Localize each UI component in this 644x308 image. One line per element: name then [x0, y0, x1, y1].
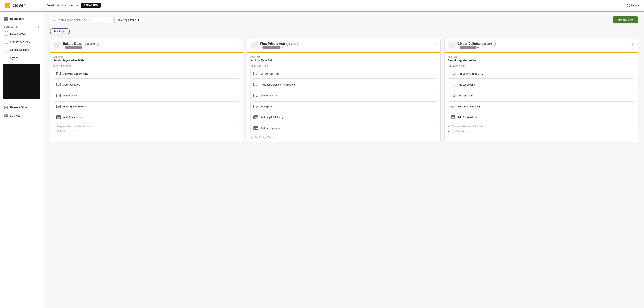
svg-rect-75 [450, 46, 452, 47]
setup-item-label: Add App Icon [63, 94, 78, 97]
default-app-icon [450, 43, 454, 47]
card-app-name: Ginger Delights ⊕ DRAFT [458, 42, 629, 46]
svg-line-20 [55, 20, 56, 21]
svg-rect-93 [452, 106, 453, 108]
topbar-chevron[interactable]: ▼ [76, 4, 79, 7]
status-select[interactable]: Any App Status ▼ [114, 17, 143, 23]
sidebar-item-first-private-app[interactable]: First Private App [0, 38, 44, 46]
legal-icon [253, 114, 258, 120]
topbar-center: Developer dashboard ▼ REDACTED [46, 3, 624, 7]
setup-item-label: Add Legal & Privacy [63, 105, 86, 108]
quick-setup-label: Quick App Setup [53, 65, 240, 67]
setup-item-add-webhooks[interactable]: Add Webhooks [448, 80, 634, 89]
completed-items-list: ✓ Request Merchant Permissions ✓ Set Pri… [448, 125, 634, 133]
sidebar-item-ginger-delights[interactable]: Ginger Delights [0, 46, 44, 54]
search-input[interactable] [57, 18, 109, 21]
legal-icon [450, 104, 456, 109]
search-box[interactable] [50, 17, 112, 23]
setup-item-add-screenshots[interactable]: Add Screenshots [448, 112, 634, 122]
tab-my-apps[interactable]: My Apps [50, 28, 70, 34]
main-layout: Dashboard YOUR APPS + Bakers Dozen First… [0, 12, 644, 308]
setup-item-label: Add App Icon [458, 94, 472, 97]
card-app-name: Bakers Dozen ⊕ DRAFT [63, 42, 234, 46]
screenshots-icon [253, 125, 258, 131]
svg-rect-21 [56, 44, 57, 45]
sidebar-app-name-myapp: MyApp [10, 56, 19, 60]
completed-items-list: ✓ Request Merchant Permissions ✓ Set Pri… [53, 125, 240, 133]
svg-rect-96 [452, 117, 453, 118]
completed-items-list: ✓ Set Pricing Tiers [250, 136, 437, 139]
dashboard-icon [4, 17, 8, 21]
app-type-value: Semi-Integrated — Web [448, 59, 634, 62]
setup-item-set-the-app-type[interactable]: Set the App Type [250, 69, 437, 79]
completed-item: ✓ Set Pricing Tiers [448, 129, 634, 133]
card-name-text: Ginger Delights [458, 42, 480, 46]
setup-item-add-screenshots[interactable]: Add Screenshots [250, 123, 437, 133]
setup-item-label: Add Webhooks [63, 83, 80, 86]
setup-item-add-legal-&-privacy[interactable]: Add Legal & Privacy [448, 101, 634, 111]
help-button[interactable]: ? Help ▼ [627, 4, 640, 7]
sidebar-item-dev-kits[interactable]: Dev Kits [0, 112, 44, 120]
svg-rect-22 [57, 44, 59, 45]
add-app-button[interactable]: + [38, 25, 40, 29]
svg-rect-58 [254, 94, 258, 97]
dev-kits-label: Dev Kits [10, 114, 20, 117]
website-icon [56, 71, 61, 76]
app-icon-first-private-app [4, 40, 8, 44]
card-menu-button[interactable]: ⋮ [630, 42, 634, 46]
setup-item-label: Add Webhooks [260, 94, 278, 97]
setup-item-add-app-icon[interactable]: Add App Icon [250, 101, 437, 111]
svg-rect-14 [6, 108, 8, 109]
svg-rect-45 [59, 117, 60, 118]
svg-rect-97 [453, 117, 454, 118]
card-app-icon [250, 41, 258, 49]
clover-logo-icon [4, 2, 11, 9]
toolbar: Any App Status ▼ Create App [50, 16, 638, 23]
svg-point-57 [254, 85, 256, 86]
card-app-name: First Private App ⊕ DRAFT [260, 42, 432, 46]
create-app-button[interactable]: Create App [613, 16, 638, 23]
setup-item-add-webhooks[interactable]: Add Webhooks [250, 91, 437, 100]
website-icon [450, 71, 456, 76]
svg-rect-41 [57, 106, 59, 108]
help-icon: ? [627, 4, 630, 7]
black-block-redacted [3, 64, 40, 99]
draft-badge: ⊕ DRAFT [85, 42, 98, 46]
completed-item-label: Request Merchant Permissions [57, 125, 92, 128]
card-menu-button[interactable]: ⋮ [236, 42, 240, 46]
app-card-bakers-dozen: Bakers Dozen ⊕ DRAFT TJ██████████C6 ⋮ Ap… [50, 38, 243, 142]
svg-point-89 [454, 96, 455, 97]
card-menu-button[interactable]: ⋮ [433, 42, 437, 46]
setup-item-add-legal-&-privacy[interactable]: Add Legal & Privacy [53, 101, 240, 111]
draft-plus-icon: ⊕ [87, 42, 89, 45]
sidebar-item-dashboard[interactable]: Dashboard [0, 15, 44, 23]
completed-item-label: Request Merchant Permissions [452, 125, 487, 128]
setup-item-add-app-icon[interactable]: Add App Icon [448, 91, 634, 100]
appicon-icon [450, 93, 456, 98]
setup-item-label: Add Legal & Privacy [260, 116, 283, 119]
setup-item-label: Add Webhooks [458, 83, 475, 86]
sidebar-item-bakers-dozen[interactable]: Bakers Dozen [0, 29, 44, 38]
setup-item-add-your-website-url[interactable]: Add your website URL [448, 69, 634, 79]
setup-item-add-your-website-url[interactable]: Add your website URL [53, 69, 240, 79]
sidebar-item-myapp[interactable]: MyApp [0, 54, 44, 62]
svg-rect-74 [452, 44, 453, 45]
setup-item-add-webhooks[interactable]: Add Webhooks [53, 80, 240, 89]
svg-point-37 [60, 96, 60, 97]
completed-item-label: Set Pricing Tiers [57, 130, 76, 133]
sidebar-item-release-groups[interactable]: Release Groups [0, 103, 44, 112]
setup-item-add-screenshots[interactable]: Add Screenshots [53, 112, 240, 122]
app-icon-myapp [4, 56, 8, 60]
setup-item-request-merchant-permissions[interactable]: Request Merchant Permissions [250, 80, 437, 89]
check-icon: ✓ [448, 129, 450, 133]
svg-rect-46 [253, 44, 254, 45]
status-chevron: ▼ [137, 18, 140, 21]
setup-item-label: Add App Icon [260, 105, 275, 108]
setup-item-add-legal-&-privacy[interactable]: Add Legal & Privacy [250, 112, 437, 122]
quick-setup-label: Quick App Setup [250, 65, 437, 67]
svg-rect-44 [57, 117, 58, 118]
app-type-value: No App Type Set [250, 59, 437, 62]
dev-kits-icon [4, 114, 8, 118]
apptype-icon [253, 71, 258, 76]
setup-item-add-app-icon[interactable]: Add App Icon [53, 91, 240, 100]
